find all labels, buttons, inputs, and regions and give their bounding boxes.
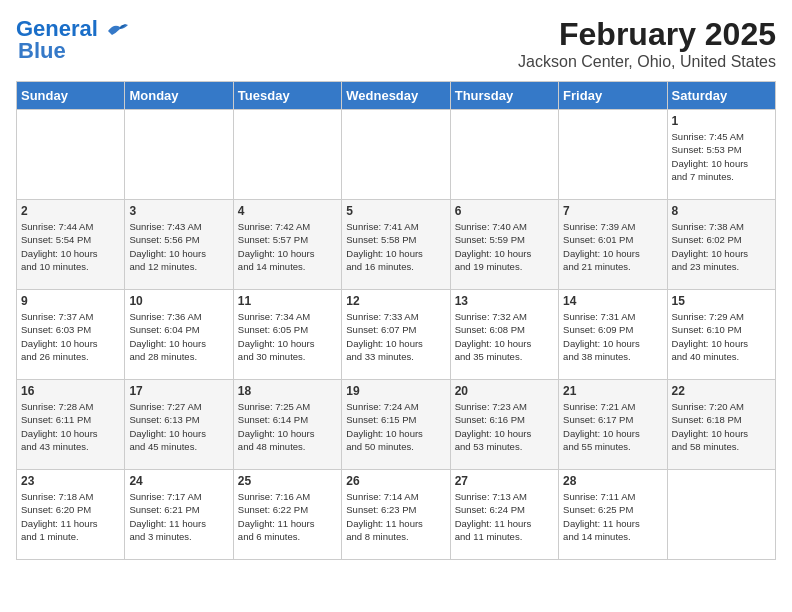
day-number: 22: [672, 384, 771, 398]
day-info: Sunrise: 7:13 AM Sunset: 6:24 PM Dayligh…: [455, 490, 554, 543]
calendar-table: SundayMondayTuesdayWednesdayThursdayFrid…: [16, 81, 776, 560]
calendar-day-cell: 18Sunrise: 7:25 AM Sunset: 6:14 PM Dayli…: [233, 380, 341, 470]
day-info: Sunrise: 7:43 AM Sunset: 5:56 PM Dayligh…: [129, 220, 228, 273]
day-number: 1: [672, 114, 771, 128]
calendar-week-row: 2Sunrise: 7:44 AM Sunset: 5:54 PM Daylig…: [17, 200, 776, 290]
calendar-day-cell: [559, 110, 667, 200]
day-of-week-header: Wednesday: [342, 82, 450, 110]
day-number: 16: [21, 384, 120, 398]
day-info: Sunrise: 7:41 AM Sunset: 5:58 PM Dayligh…: [346, 220, 445, 273]
calendar-day-cell: 3Sunrise: 7:43 AM Sunset: 5:56 PM Daylig…: [125, 200, 233, 290]
calendar-day-cell: 11Sunrise: 7:34 AM Sunset: 6:05 PM Dayli…: [233, 290, 341, 380]
day-info: Sunrise: 7:25 AM Sunset: 6:14 PM Dayligh…: [238, 400, 337, 453]
day-info: Sunrise: 7:28 AM Sunset: 6:11 PM Dayligh…: [21, 400, 120, 453]
calendar-week-row: 1Sunrise: 7:45 AM Sunset: 5:53 PM Daylig…: [17, 110, 776, 200]
day-number: 28: [563, 474, 662, 488]
calendar-day-cell: 27Sunrise: 7:13 AM Sunset: 6:24 PM Dayli…: [450, 470, 558, 560]
day-of-week-header: Thursday: [450, 82, 558, 110]
day-info: Sunrise: 7:31 AM Sunset: 6:09 PM Dayligh…: [563, 310, 662, 363]
day-info: Sunrise: 7:42 AM Sunset: 5:57 PM Dayligh…: [238, 220, 337, 273]
calendar-day-cell: 10Sunrise: 7:36 AM Sunset: 6:04 PM Dayli…: [125, 290, 233, 380]
day-number: 12: [346, 294, 445, 308]
calendar-day-cell: 13Sunrise: 7:32 AM Sunset: 6:08 PM Dayli…: [450, 290, 558, 380]
day-number: 5: [346, 204, 445, 218]
day-number: 26: [346, 474, 445, 488]
calendar-week-row: 23Sunrise: 7:18 AM Sunset: 6:20 PM Dayli…: [17, 470, 776, 560]
day-number: 9: [21, 294, 120, 308]
day-info: Sunrise: 7:18 AM Sunset: 6:20 PM Dayligh…: [21, 490, 120, 543]
calendar-day-cell: 9Sunrise: 7:37 AM Sunset: 6:03 PM Daylig…: [17, 290, 125, 380]
logo: General Blue: [16, 16, 128, 64]
day-info: Sunrise: 7:23 AM Sunset: 6:16 PM Dayligh…: [455, 400, 554, 453]
day-number: 25: [238, 474, 337, 488]
calendar-day-cell: 20Sunrise: 7:23 AM Sunset: 6:16 PM Dayli…: [450, 380, 558, 470]
calendar-day-cell: 23Sunrise: 7:18 AM Sunset: 6:20 PM Dayli…: [17, 470, 125, 560]
day-info: Sunrise: 7:27 AM Sunset: 6:13 PM Dayligh…: [129, 400, 228, 453]
day-number: 23: [21, 474, 120, 488]
calendar-subtitle: Jackson Center, Ohio, United States: [518, 53, 776, 71]
calendar-day-cell: 12Sunrise: 7:33 AM Sunset: 6:07 PM Dayli…: [342, 290, 450, 380]
day-info: Sunrise: 7:44 AM Sunset: 5:54 PM Dayligh…: [21, 220, 120, 273]
logo-bird-icon: [106, 21, 128, 39]
day-number: 4: [238, 204, 337, 218]
calendar-week-row: 9Sunrise: 7:37 AM Sunset: 6:03 PM Daylig…: [17, 290, 776, 380]
day-info: Sunrise: 7:20 AM Sunset: 6:18 PM Dayligh…: [672, 400, 771, 453]
day-info: Sunrise: 7:45 AM Sunset: 5:53 PM Dayligh…: [672, 130, 771, 183]
day-info: Sunrise: 7:34 AM Sunset: 6:05 PM Dayligh…: [238, 310, 337, 363]
calendar-day-cell: 28Sunrise: 7:11 AM Sunset: 6:25 PM Dayli…: [559, 470, 667, 560]
calendar-title: February 2025: [518, 16, 776, 53]
calendar-day-cell: 19Sunrise: 7:24 AM Sunset: 6:15 PM Dayli…: [342, 380, 450, 470]
day-info: Sunrise: 7:38 AM Sunset: 6:02 PM Dayligh…: [672, 220, 771, 273]
calendar-day-cell: 25Sunrise: 7:16 AM Sunset: 6:22 PM Dayli…: [233, 470, 341, 560]
day-number: 18: [238, 384, 337, 398]
calendar-day-cell: 14Sunrise: 7:31 AM Sunset: 6:09 PM Dayli…: [559, 290, 667, 380]
day-info: Sunrise: 7:11 AM Sunset: 6:25 PM Dayligh…: [563, 490, 662, 543]
day-info: Sunrise: 7:17 AM Sunset: 6:21 PM Dayligh…: [129, 490, 228, 543]
day-number: 17: [129, 384, 228, 398]
calendar-day-cell: 2Sunrise: 7:44 AM Sunset: 5:54 PM Daylig…: [17, 200, 125, 290]
calendar-day-cell: 22Sunrise: 7:20 AM Sunset: 6:18 PM Dayli…: [667, 380, 775, 470]
day-info: Sunrise: 7:29 AM Sunset: 6:10 PM Dayligh…: [672, 310, 771, 363]
day-number: 7: [563, 204, 662, 218]
day-number: 11: [238, 294, 337, 308]
day-number: 19: [346, 384, 445, 398]
day-number: 21: [563, 384, 662, 398]
calendar-day-cell: [17, 110, 125, 200]
day-of-week-header: Saturday: [667, 82, 775, 110]
day-number: 15: [672, 294, 771, 308]
calendar-day-cell: [450, 110, 558, 200]
calendar-day-cell: 5Sunrise: 7:41 AM Sunset: 5:58 PM Daylig…: [342, 200, 450, 290]
calendar-day-cell: 8Sunrise: 7:38 AM Sunset: 6:02 PM Daylig…: [667, 200, 775, 290]
calendar-day-cell: 15Sunrise: 7:29 AM Sunset: 6:10 PM Dayli…: [667, 290, 775, 380]
calendar-day-cell: 26Sunrise: 7:14 AM Sunset: 6:23 PM Dayli…: [342, 470, 450, 560]
calendar-day-cell: 21Sunrise: 7:21 AM Sunset: 6:17 PM Dayli…: [559, 380, 667, 470]
day-number: 2: [21, 204, 120, 218]
day-number: 6: [455, 204, 554, 218]
day-number: 10: [129, 294, 228, 308]
day-info: Sunrise: 7:21 AM Sunset: 6:17 PM Dayligh…: [563, 400, 662, 453]
day-info: Sunrise: 7:24 AM Sunset: 6:15 PM Dayligh…: [346, 400, 445, 453]
calendar-day-cell: [233, 110, 341, 200]
calendar-day-cell: [667, 470, 775, 560]
logo-blue-text: Blue: [18, 38, 66, 64]
day-number: 20: [455, 384, 554, 398]
day-of-week-header: Friday: [559, 82, 667, 110]
day-number: 24: [129, 474, 228, 488]
page-header: General Blue February 2025 Jackson Cente…: [16, 16, 776, 71]
calendar-day-cell: 16Sunrise: 7:28 AM Sunset: 6:11 PM Dayli…: [17, 380, 125, 470]
day-info: Sunrise: 7:33 AM Sunset: 6:07 PM Dayligh…: [346, 310, 445, 363]
day-number: 8: [672, 204, 771, 218]
calendar-day-cell: 4Sunrise: 7:42 AM Sunset: 5:57 PM Daylig…: [233, 200, 341, 290]
day-number: 3: [129, 204, 228, 218]
calendar-day-cell: 6Sunrise: 7:40 AM Sunset: 5:59 PM Daylig…: [450, 200, 558, 290]
calendar-day-cell: 17Sunrise: 7:27 AM Sunset: 6:13 PM Dayli…: [125, 380, 233, 470]
day-info: Sunrise: 7:32 AM Sunset: 6:08 PM Dayligh…: [455, 310, 554, 363]
day-of-week-header: Monday: [125, 82, 233, 110]
day-info: Sunrise: 7:36 AM Sunset: 6:04 PM Dayligh…: [129, 310, 228, 363]
day-number: 27: [455, 474, 554, 488]
day-info: Sunrise: 7:40 AM Sunset: 5:59 PM Dayligh…: [455, 220, 554, 273]
calendar-day-cell: 24Sunrise: 7:17 AM Sunset: 6:21 PM Dayli…: [125, 470, 233, 560]
calendar-day-cell: 7Sunrise: 7:39 AM Sunset: 6:01 PM Daylig…: [559, 200, 667, 290]
title-area: February 2025 Jackson Center, Ohio, Unit…: [518, 16, 776, 71]
day-of-week-header: Sunday: [17, 82, 125, 110]
